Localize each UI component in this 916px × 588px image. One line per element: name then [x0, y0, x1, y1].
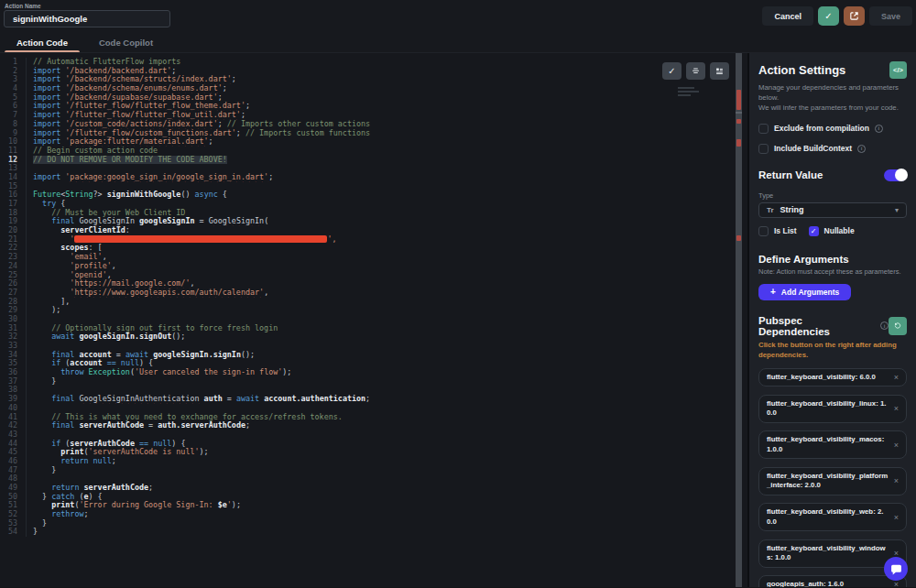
view-code-button[interactable]: </> — [889, 61, 907, 79]
code-line[interactable]: 21 '', — [0, 235, 747, 245]
tab-action-code[interactable]: Action Code — [5, 33, 80, 52]
code-line[interactable]: 52 rethrow; — [0, 510, 747, 519]
code-line[interactable]: 10import 'package:flutter/material.dart'… — [0, 137, 747, 147]
save-button[interactable]: Save — [869, 6, 912, 26]
main-area: 1// Automatic FlutterFlow imports2import… — [0, 53, 916, 587]
error-marker — [736, 139, 741, 147]
code-line[interactable]: 4import '/backend/schema/enums/enums.dar… — [0, 84, 747, 93]
code-line[interactable]: 40 — [0, 404, 747, 413]
code-line[interactable]: 41 // This is what you need to exchange … — [0, 413, 747, 422]
code-line[interactable]: 8import '/custom_code/actions/index.dart… — [0, 120, 747, 129]
code-line[interactable]: 15 — [0, 182, 747, 191]
code-line[interactable]: 23 'email', — [0, 253, 747, 262]
code-line[interactable]: 14import 'package:google_sign_in/google_… — [0, 173, 747, 182]
code-line[interactable]: 38 — [0, 386, 747, 395]
tab-code-copilot[interactable]: Code Copilot — [87, 33, 165, 52]
remove-dependency-icon[interactable]: × — [894, 476, 899, 485]
remove-dependency-icon[interactable]: × — [894, 441, 899, 450]
code-line[interactable]: 11// Begin custom action code — [0, 147, 747, 156]
code-minimap — [678, 87, 700, 98]
code-line[interactable]: 50 } catch (e) { — [0, 493, 747, 502]
info-icon[interactable]: i — [880, 321, 889, 330]
code-line[interactable]: 27 'https://www.googleapis.com/auth/cale… — [0, 289, 747, 298]
remove-dependency-icon[interactable]: × — [894, 580, 899, 587]
code-line[interactable]: 34 final account = await googleSignIn.si… — [0, 351, 747, 360]
code-line[interactable]: 51 print('Error during Google Sign-In: $… — [0, 501, 747, 510]
action-name-label: Action Name — [5, 3, 41, 9]
code-line[interactable]: 43 — [0, 430, 747, 440]
code-line[interactable]: 37 } — [0, 377, 747, 387]
code-line[interactable]: 1// Automatic FlutterFlow imports — [0, 58, 747, 67]
code-line[interactable]: 53 } — [0, 519, 747, 528]
code-outline-button[interactable] — [710, 62, 729, 80]
panel-description-line2: We will infer the parameters from your c… — [758, 103, 907, 114]
code-line[interactable]: 6import '/flutter_flow/flutter_flow_them… — [0, 102, 747, 111]
remove-dependency-icon[interactable]: × — [894, 513, 899, 522]
code-line[interactable]: 47 } — [0, 466, 747, 475]
is-list-label: Is List — [774, 226, 797, 235]
refresh-dependencies-button[interactable] — [889, 317, 907, 335]
code-line[interactable]: 28 ], — [0, 298, 747, 307]
code-line[interactable]: 45 print('serverAuthCode is null'); — [0, 448, 747, 457]
code-line[interactable]: 9import '/flutter_flow/custom_functions.… — [0, 129, 747, 138]
code-line[interactable]: 26 'https://mail.google.com/', — [0, 279, 747, 289]
code-line[interactable]: 36 throw Exception('User canceled the si… — [0, 368, 747, 377]
chat-icon — [890, 563, 902, 575]
code-line[interactable]: 19 final GoogleSignIn googleSignIn = Goo… — [0, 217, 747, 226]
support-chat-button[interactable] — [884, 557, 908, 581]
code-line[interactable]: 32 await googleSignIn.signOut(); — [0, 332, 747, 342]
editor-scrollbar[interactable] — [736, 53, 742, 587]
cancel-button[interactable]: Cancel — [762, 6, 813, 26]
nullable-checkbox[interactable]: ✓ — [809, 226, 819, 236]
is-list-checkbox[interactable] — [758, 226, 769, 236]
approve-button[interactable]: ✓ — [818, 6, 839, 26]
remove-dependency-icon[interactable]: × — [894, 404, 899, 413]
dependency-name: flutter_keyboard_visibility_macos: 1.0.0 — [767, 435, 889, 454]
validate-code-button[interactable]: ✓ — [662, 62, 682, 80]
pubspec-dependencies-title: Pubspec Dependencies — [758, 315, 876, 337]
info-icon[interactable]: i — [875, 125, 883, 133]
code-line[interactable]: 7import '/flutter_flow/flutter_flow_util… — [0, 111, 747, 120]
code-line[interactable]: 18 // Must be your Web Client ID — [0, 209, 747, 218]
dependency-name: flutter_keyboard_visibility_web: 2.0.0 — [767, 507, 889, 527]
code-line[interactable]: 12// DO NOT REMOVE OR MODIFY THE CODE AB… — [0, 156, 747, 165]
code-line[interactable]: 46 return null; — [0, 457, 747, 466]
open-external-button[interactable] — [844, 6, 865, 26]
return-value-toggle[interactable] — [884, 169, 907, 181]
exclude-compilation-label: Exclude from compilation — [774, 124, 869, 133]
code-line[interactable]: 48 — [0, 474, 747, 484]
include-buildcontext-checkbox[interactable] — [758, 144, 769, 154]
add-arguments-button[interactable]: + Add Arguments — [758, 284, 851, 300]
check-icon: ✓ — [824, 11, 832, 21]
code-line[interactable]: 20 serverClientId: — [0, 226, 747, 235]
nullable-label: Nullable — [824, 226, 855, 235]
error-marker — [736, 90, 741, 110]
code-line[interactable]: 17 try { — [0, 200, 747, 209]
format-code-button[interactable] — [686, 62, 705, 80]
code-line[interactable]: 49 return serverAuthCode; — [0, 484, 747, 493]
code-line[interactable]: 39 final GoogleSignInAuthentication auth… — [0, 395, 747, 404]
code-line[interactable]: 29 ); — [0, 306, 747, 315]
code-line[interactable]: 44 if (serverAuthCode == null) { — [0, 440, 747, 449]
code-line[interactable]: 33 — [0, 342, 747, 351]
code-line[interactable]: 13 — [0, 164, 747, 173]
code-line[interactable]: 16Future<String?> signinWithGoogle() asy… — [0, 191, 747, 200]
code-line[interactable]: 5import '/backend/supabase/supabase.dart… — [0, 93, 747, 103]
code-line[interactable]: 31 // Optionally sign out first to force… — [0, 324, 747, 333]
action-name-input[interactable] — [4, 10, 170, 27]
code-line[interactable]: 35 if (account == null) { — [0, 359, 747, 368]
info-icon[interactable]: i — [857, 145, 866, 153]
return-type-select[interactable]: Tr String ▾ — [758, 202, 907, 218]
code-line[interactable]: 30 — [0, 315, 747, 324]
code-editor[interactable]: 1// Automatic FlutterFlow imports2import… — [0, 53, 747, 587]
remove-dependency-icon[interactable]: × — [894, 373, 899, 382]
code-line[interactable]: 42 final serverAuthCode = auth.serverAut… — [0, 421, 747, 430]
code-line[interactable]: 24 'profile', — [0, 262, 747, 271]
code-line[interactable]: 54} — [0, 528, 747, 537]
code-line[interactable]: 22 scopes: [ — [0, 244, 747, 253]
code-line[interactable]: 3import '/backend/schema/structs/index.d… — [0, 75, 747, 84]
nullable-row: ✓ Nullable — [809, 226, 855, 236]
code-line[interactable]: 2import '/backend/backend.dart'; — [0, 67, 747, 76]
exclude-compilation-checkbox[interactable] — [758, 124, 769, 134]
code-line[interactable]: 25 'openid', — [0, 271, 747, 280]
